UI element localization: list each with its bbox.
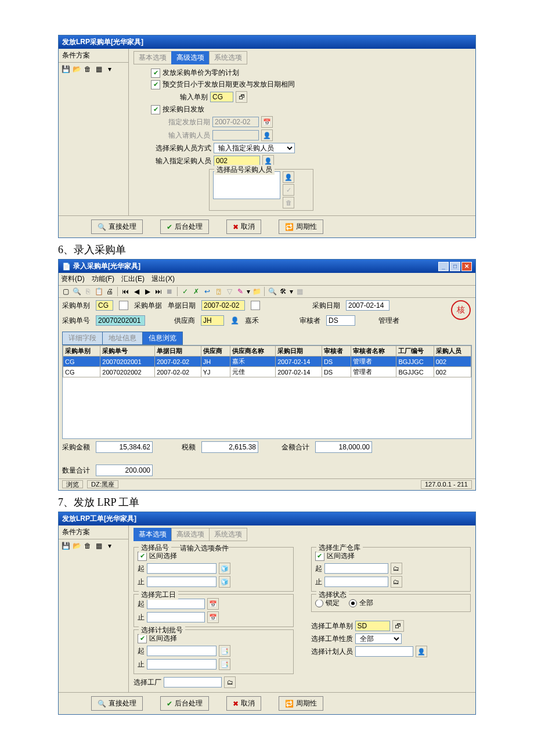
checkbox-zero-price[interactable] <box>151 69 160 78</box>
calendar-icon[interactable]: 📅 <box>207 611 219 623</box>
search2-icon[interactable]: 🔍 <box>268 287 277 296</box>
background-button[interactable]: ✔后台处理 <box>160 219 209 234</box>
preview-icon[interactable]: 🔍 <box>72 287 81 296</box>
grid-header[interactable]: 单据日期 <box>154 346 201 357</box>
table-row[interactable]: CG200702020012007-02-02JH嘉禾2007-02-14DS管… <box>63 357 471 367</box>
grid-header[interactable]: 采购单号 <box>100 346 155 357</box>
filter-icon[interactable]: ▽ <box>225 287 234 296</box>
background-button[interactable]: ✔后台处理 <box>160 696 209 711</box>
periodic-button[interactable]: 🔁周期性 <box>279 219 323 234</box>
folder-icon[interactable]: 📂 <box>72 541 81 550</box>
prev-icon[interactable]: ◀ <box>132 287 141 296</box>
maximize-icon[interactable]: □ <box>450 262 460 271</box>
menu-exit[interactable]: 退出(X) <box>151 274 175 284</box>
approve-icon[interactable]: ✓ <box>181 287 190 296</box>
menu-data[interactable]: 资料(D) <box>61 274 85 284</box>
lookup-factory-icon[interactable]: 🗂 <box>224 676 236 688</box>
calendar-icon[interactable]: 📅 <box>261 116 273 128</box>
subtab-address[interactable]: 地址信息 <box>102 332 143 345</box>
lookup-type-icon[interactable]: 🗗 <box>236 91 247 103</box>
first-icon[interactable]: ⏮ <box>121 287 130 296</box>
input-part-to[interactable] <box>147 577 217 587</box>
input-finish-from[interactable] <box>147 599 205 609</box>
input-planner[interactable] <box>355 646 413 657</box>
person3-icon[interactable]: 👤 <box>283 171 294 183</box>
reject-icon[interactable]: ✗ <box>192 287 201 296</box>
grid-icon[interactable]: ▦ <box>295 287 304 296</box>
tool-icon[interactable]: ✎ <box>236 287 245 296</box>
input-wh-to[interactable] <box>324 577 388 587</box>
delete-icon[interactable]: 🗑 <box>83 64 92 74</box>
dropdown-icon[interactable]: ▾ <box>105 64 114 74</box>
tab-basic[interactable]: 基本选项 <box>134 51 172 64</box>
input-cat[interactable] <box>96 300 113 311</box>
grid-header[interactable]: 供应商名称 <box>230 346 276 357</box>
tab-basic[interactable]: 基本选项 <box>134 528 172 541</box>
checkbox-delivery-date[interactable] <box>151 80 160 89</box>
tab-advanced[interactable]: 高级选项 <box>171 528 210 541</box>
table-row[interactable]: CG200702020022007-02-02YJ元佳2007-02-14DS管… <box>63 367 471 377</box>
input-batch-from[interactable] <box>147 646 217 656</box>
direct-process-button[interactable]: 🔍直接处理 <box>91 219 143 234</box>
check-icon[interactable]: ✓ <box>283 184 294 196</box>
close-icon[interactable]: ✕ <box>461 262 472 271</box>
periodic-button[interactable]: 🔁周期性 <box>279 696 323 711</box>
checkbox-po[interactable] <box>119 301 128 310</box>
calendar-icon[interactable]: 📅 <box>207 598 219 610</box>
input-batch-to[interactable] <box>147 659 217 669</box>
lookup-wh-icon[interactable]: 🗂 <box>391 576 402 588</box>
folder2-icon[interactable]: 📁 <box>252 287 261 296</box>
input-reviewer[interactable] <box>326 315 355 326</box>
input-podate[interactable] <box>346 300 389 311</box>
grid-header[interactable]: 工厂编号 <box>396 346 434 357</box>
subtab-browse[interactable]: 信息浏览 <box>142 332 183 345</box>
checkbox-by-podate[interactable] <box>151 105 160 114</box>
cancel-button[interactable]: ✖取消 <box>226 219 261 234</box>
new-icon[interactable]: ▢ <box>61 287 70 296</box>
lookup-ordercat-icon[interactable]: 🗗 <box>392 620 404 632</box>
props-icon[interactable]: ▦ <box>94 64 103 74</box>
grid-header[interactable]: 审核者 <box>322 346 351 357</box>
textarea-part-person[interactable] <box>213 171 280 199</box>
menu-func[interactable]: 功能(F) <box>92 274 114 284</box>
save-icon[interactable]: 💾 <box>61 64 70 74</box>
stop-icon[interactable]: ⏹ <box>165 287 174 296</box>
input-ponum[interactable] <box>96 315 145 326</box>
trash-icon[interactable]: 🗑 <box>283 197 294 208</box>
minimize-icon[interactable]: _ <box>438 262 449 271</box>
lookup-icon[interactable]: 🧊 <box>219 576 230 588</box>
input-supplier[interactable] <box>201 315 224 326</box>
input-finish-to[interactable] <box>147 612 205 622</box>
props-icon[interactable]: ▦ <box>94 541 103 550</box>
copy-icon[interactable]: ⎘ <box>83 287 92 296</box>
titlebar[interactable]: 发放LRP工单[光华家具] <box>59 512 475 525</box>
config-icon[interactable]: 🛠 <box>279 287 288 296</box>
menu-export[interactable]: 汇出(E) <box>121 274 145 284</box>
tab-advanced[interactable]: 高级选项 <box>171 51 210 64</box>
person-icon[interactable]: 👤 <box>416 646 427 657</box>
input-factory[interactable] <box>164 677 222 687</box>
input-wh-from[interactable] <box>324 563 388 574</box>
input-type[interactable] <box>210 92 233 102</box>
delete-icon[interactable]: 🗑 <box>83 541 92 550</box>
save-icon[interactable]: 💾 <box>61 541 70 550</box>
grid-header[interactable]: 审核者名称 <box>351 346 396 357</box>
data-grid[interactable]: 采购单别采购单号单据日期供应商供应商名称采购日期审核者审核者名称工厂编号采购人员… <box>63 345 471 377</box>
checkbox-docdate[interactable] <box>251 301 260 310</box>
lookup2-icon[interactable]: 📑 <box>219 658 230 670</box>
input-part-from[interactable] <box>147 563 217 574</box>
radio-all[interactable] <box>349 599 357 607</box>
back-icon[interactable]: ↩ <box>203 287 212 296</box>
input-docdate[interactable] <box>201 300 245 311</box>
dropdown-icon[interactable]: ▾ <box>105 541 114 550</box>
grid-wrap[interactable]: 采购单别采购单号单据日期供应商供应商名称采购日期审核者审核者名称工厂编号采购人员… <box>62 345 472 439</box>
folder-icon[interactable]: 📂 <box>72 64 81 74</box>
titlebar[interactable]: 📄录入采购单[光华家具] _ □ ✕ <box>59 260 475 273</box>
select-method[interactable]: 输入指定采购人员 <box>214 143 295 153</box>
stamp-icon[interactable]: ⍰ <box>214 287 223 296</box>
subtab-detail[interactable]: 详细字段 <box>62 332 103 345</box>
last-icon[interactable]: ⏭ <box>154 287 163 296</box>
lookup-icon[interactable]: 🧊 <box>219 563 230 574</box>
direct-process-button[interactable]: 🔍直接处理 <box>91 696 143 711</box>
titlebar[interactable]: 发放LRP采购单[光华家具] <box>59 35 475 49</box>
